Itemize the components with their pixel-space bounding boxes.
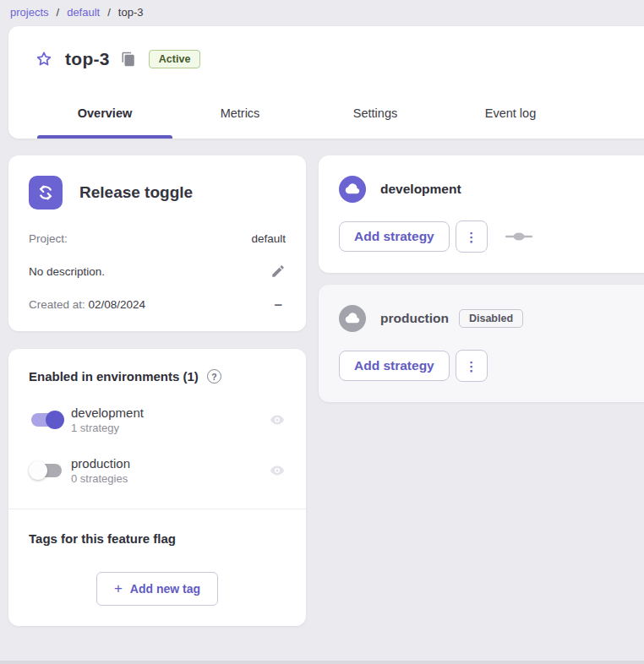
environment-card-production: production Disabled Add strategy ⋮ [319,285,644,402]
eye-icon [269,411,286,428]
panel-divider [8,509,306,509]
tab-overview[interactable]: Overview [37,87,172,139]
favorite-button[interactable] [34,49,54,69]
created-label: Created at: [29,298,85,311]
toggle-thumb [29,461,47,480]
cloud-icon [345,311,360,326]
breadcrumb-separator: / [57,6,60,19]
environment-actions-row: Add strategy ⋮ [339,350,644,382]
breadcrumb-link-projects[interactable]: projects [10,6,49,19]
created-row: Created at: 02/08/2024 – [29,298,286,311]
environments-panel-card: Enabled in environments (1) ? developmen… [8,349,306,626]
environment-avatar [339,305,366,332]
environment-name: development [71,405,144,420]
star-outline-icon [35,50,53,68]
feature-header-card: top-3 Active Overview Metrics Settings E… [8,26,644,139]
strategy-connector-icon [505,231,532,242]
sync-arrows-icon [35,182,56,203]
plus-icon: + [114,580,123,597]
flag-metadata-card: Release toggle Project: default No descr… [8,155,306,331]
left-column: Release toggle Project: default No descr… [8,155,306,626]
breadcrumb-link-default[interactable]: default [67,6,100,19]
environment-card-name: production [380,311,449,326]
breadcrumb-current-page: top-3 [118,6,144,19]
environments-heading-row: Enabled in environments (1) ? [29,369,286,384]
cloud-icon [345,182,360,197]
feature-tabs: Overview Metrics Settings Event log [8,87,644,139]
tab-settings[interactable]: Settings [308,87,443,139]
environment-labels: production 0 strategies [71,456,130,485]
tab-event-log-label: Event log [485,106,536,120]
created-value: 02/08/2024 [89,298,146,311]
environment-toggle-production[interactable] [29,461,64,480]
environments-panel-title: Enabled in environments (1) [29,369,199,384]
right-column: development Add strategy ⋮ [319,155,644,402]
collapse-card-button[interactable]: – [271,299,286,311]
environment-strategy-count: 0 strategies [71,472,130,485]
feature-title-row: top-3 Active [8,26,644,69]
description-text: No description. [29,265,105,278]
help-icon[interactable]: ? [207,369,221,384]
tab-event-log[interactable]: Event log [443,87,578,139]
copy-name-button[interactable] [121,52,136,67]
eye-icon [269,462,286,479]
copy-icon [121,52,136,67]
environment-toggle-development[interactable] [29,411,64,429]
flag-type-title: Release toggle [79,183,193,202]
active-tab-indicator [37,135,172,139]
environment-card-header: development [339,176,644,203]
view-environment-button[interactable] [269,462,286,479]
pencil-icon [270,264,286,279]
environment-labels: development 1 strategy [71,405,144,434]
tab-settings-label: Settings [353,106,397,120]
environment-card-name: development [380,182,461,197]
project-label: Project: [29,232,68,245]
environment-card-header: production Disabled [339,305,644,332]
page-title: top-3 [65,49,110,69]
environment-name: production [71,456,130,471]
disabled-badge: Disabled [459,309,523,328]
description-row: No description. [29,264,286,279]
kebab-menu-icon: ⋮ [465,360,478,373]
overview-content: Release toggle Project: default No descr… [8,155,644,626]
tab-metrics-label: Metrics [221,106,260,120]
breadcrumb-separator: / [107,6,111,19]
environment-actions-row: Add strategy ⋮ [339,220,644,253]
environment-menu-button[interactable]: ⋮ [456,220,488,253]
add-new-tag-button[interactable]: + Add new tag [96,572,218,606]
tab-overview-label: Overview [78,106,133,120]
environment-row-development: development 1 strategy [29,405,286,434]
view-environment-button[interactable] [269,411,286,428]
project-value: default [251,232,286,245]
breadcrumb: projects / default / top-3 [0,0,644,19]
environment-avatar [339,176,366,203]
toggle-thumb [46,411,64,429]
environment-row-production: production 0 strategies [29,456,286,485]
environment-card-development: development Add strategy ⋮ [319,155,644,273]
add-strategy-button[interactable]: Add strategy [339,351,450,381]
kebab-menu-icon: ⋮ [465,231,478,243]
release-toggle-icon-badge [29,176,63,210]
page-bottom-edge [0,661,644,664]
add-strategy-button[interactable]: Add strategy [339,221,450,252]
flag-type-row: Release toggle [29,176,286,210]
tab-metrics[interactable]: Metrics [172,87,308,139]
project-row: Project: default [29,232,286,245]
add-new-tag-label: Add new tag [130,582,200,596]
environment-strategy-count: 1 strategy [71,422,144,434]
tags-section-title: Tags for this feature flag [29,531,286,546]
environment-menu-button[interactable]: ⋮ [456,350,488,382]
status-badge: Active [149,50,201,68]
edit-description-button[interactable] [270,264,286,279]
